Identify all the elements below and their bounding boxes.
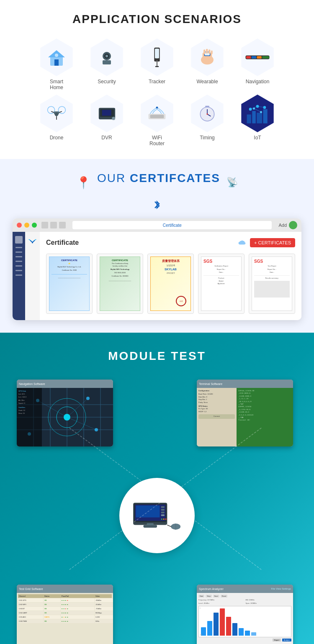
svg-point-57 bbox=[32, 242, 33, 243]
certificate-item-2: CERTIFICATE The Certification Body hereb… bbox=[97, 254, 143, 314]
scenario-tracker: Tracker bbox=[134, 38, 180, 90]
scenario-timing: Timing bbox=[184, 95, 230, 146]
svg-rect-9 bbox=[155, 49, 159, 58]
wearable-label: Wearable bbox=[196, 79, 218, 85]
screen-terminal-container: Terminal Software Configuration Baud Rat… bbox=[197, 380, 293, 446]
navigation-label: Navigation bbox=[246, 79, 270, 85]
svg-line-29 bbox=[51, 111, 54, 113]
security-label: Security bbox=[98, 79, 116, 85]
tracker-icon bbox=[149, 47, 165, 68]
scenario-wearable: Wearable bbox=[184, 38, 230, 90]
browser-body: Certificate + CERTIFICATES CERTIFICATE bbox=[13, 232, 301, 320]
bar-5 bbox=[226, 617, 231, 636]
nav-item-2[interactable] bbox=[15, 251, 22, 253]
browser-wifi-panel bbox=[25, 232, 40, 320]
certificate-item-3: 质量管理体系 认证证书 SKYLAB 评审员签字 认证 bbox=[147, 254, 194, 314]
svg-rect-5 bbox=[103, 60, 111, 64]
svg-rect-23 bbox=[252, 56, 256, 59]
center-test-device bbox=[119, 478, 195, 553]
scenario-navigation: Navigation bbox=[234, 38, 281, 90]
browser-close-btn[interactable] bbox=[17, 223, 22, 228]
location-pin-icon: 📍 bbox=[76, 176, 91, 190]
bar-4 bbox=[220, 608, 225, 636]
scenario-row-2: Drone DVR bbox=[8, 95, 306, 146]
certificate-browser: Certificate Add bbox=[13, 218, 301, 320]
device-image bbox=[130, 496, 184, 535]
bar-3 bbox=[214, 613, 219, 636]
screen-map-container: Navigation Software bbox=[17, 380, 113, 446]
app-scenarios-title: APPLICATION SCENARIOS bbox=[8, 13, 306, 26]
svg-rect-22 bbox=[246, 56, 251, 59]
svg-rect-19 bbox=[208, 49, 211, 54]
browser-address-bar[interactable]: Certificate bbox=[72, 221, 272, 229]
svg-rect-47 bbox=[257, 113, 262, 123]
svg-rect-83 bbox=[161, 514, 165, 516]
svg-rect-48 bbox=[263, 109, 268, 123]
nav-item-3[interactable] bbox=[15, 256, 22, 257]
svg-rect-2 bbox=[54, 59, 59, 66]
svg-rect-87 bbox=[144, 525, 157, 528]
screen-grid-container: Test Grid Software Channel Status Pass/F… bbox=[17, 585, 113, 644]
app-scenarios-section: APPLICATION SCENARIOS SmartHome bbox=[0, 0, 314, 159]
wifi-deco-icon: 📡 bbox=[226, 177, 238, 188]
dvr-label: DVR bbox=[101, 135, 112, 141]
svg-point-7 bbox=[106, 55, 108, 57]
svg-rect-44 bbox=[205, 106, 209, 107]
screen-grid: Test Grid Software Channel Status Pass/F… bbox=[17, 585, 117, 644]
scenario-dvr: DVR bbox=[84, 95, 130, 146]
svg-rect-12 bbox=[155, 66, 159, 67]
svg-line-73 bbox=[38, 400, 67, 417]
svg-rect-10 bbox=[156, 60, 158, 62]
svg-rect-45 bbox=[247, 114, 251, 123]
scenario-smart-home: SmartHome bbox=[33, 38, 80, 90]
bar-chart: 0 -100 bbox=[198, 606, 291, 637]
svg-point-3 bbox=[55, 54, 58, 57]
svg-rect-17 bbox=[203, 49, 206, 54]
bars-bottom-toolbar: Export Analyze bbox=[198, 639, 291, 641]
svg-rect-20 bbox=[211, 51, 213, 54]
dvr-icon-container bbox=[88, 95, 126, 132]
add-certificates-button[interactable]: + CERTIFICATES bbox=[250, 238, 295, 247]
screen-map-topbar: Navigation Software bbox=[17, 380, 113, 388]
scenario-wifi-router: WiFiRouter bbox=[134, 95, 180, 146]
timing-icon bbox=[197, 103, 218, 124]
security-icon-container bbox=[88, 38, 126, 76]
certificate-item-1: CERTIFICATE ⭐ Skylab BLE Technology Co. … bbox=[46, 254, 93, 314]
svg-rect-38 bbox=[150, 115, 164, 118]
svg-point-39 bbox=[156, 106, 158, 108]
tracker-icon-container bbox=[138, 38, 176, 76]
svg-rect-36 bbox=[102, 110, 111, 115]
module-test-section: MODULE TEST Navigation Software bbox=[0, 333, 314, 644]
nav-item-6[interactable] bbox=[15, 270, 22, 271]
svg-rect-25 bbox=[262, 56, 269, 59]
nav-menu-icon[interactable] bbox=[15, 236, 23, 244]
test-grid-rows: CH1 GPS OK ●●●● -98dBm CH2 WIFI OK ●●●● … bbox=[18, 598, 112, 623]
browser-minimize-btn[interactable] bbox=[24, 223, 29, 228]
browser-maximize-btn[interactable] bbox=[32, 223, 37, 228]
cloud-icon bbox=[238, 239, 247, 246]
nav-item-7[interactable] bbox=[15, 275, 22, 276]
certificate-list: CERTIFICATE ⭐ Skylab BLE Technology Co. … bbox=[46, 254, 295, 314]
svg-line-75 bbox=[67, 417, 96, 430]
nav-item-5[interactable] bbox=[15, 265, 22, 267]
svg-line-74 bbox=[67, 398, 88, 417]
svg-point-31 bbox=[55, 113, 59, 116]
svg-rect-88 bbox=[147, 523, 154, 525]
wearable-icon bbox=[195, 47, 220, 68]
smart-home-label: SmartHome bbox=[50, 79, 63, 90]
navigation-icon-container bbox=[239, 38, 276, 76]
svg-point-86 bbox=[165, 518, 167, 520]
iot-label: IoT bbox=[254, 135, 261, 141]
svg-rect-18 bbox=[206, 49, 208, 54]
screen-grid-body: Channel Status Pass/Fail Value CH1 GPS O… bbox=[17, 593, 113, 644]
browser-add-label: Add bbox=[278, 223, 287, 228]
svg-rect-46 bbox=[252, 111, 255, 123]
nav-item-1[interactable] bbox=[15, 247, 22, 248]
nav-item-4[interactable] bbox=[15, 261, 22, 262]
iot-icon-container bbox=[239, 95, 276, 132]
scenario-row-1: SmartHome Security bbox=[8, 38, 306, 90]
bluetooth-icon bbox=[8, 200, 306, 212]
certificate-item-4: SGS Verification Report Report No. : Dat… bbox=[198, 254, 245, 314]
screen-terminal-topbar: Terminal Software bbox=[197, 380, 293, 388]
browser-add-btn[interactable] bbox=[289, 221, 297, 229]
